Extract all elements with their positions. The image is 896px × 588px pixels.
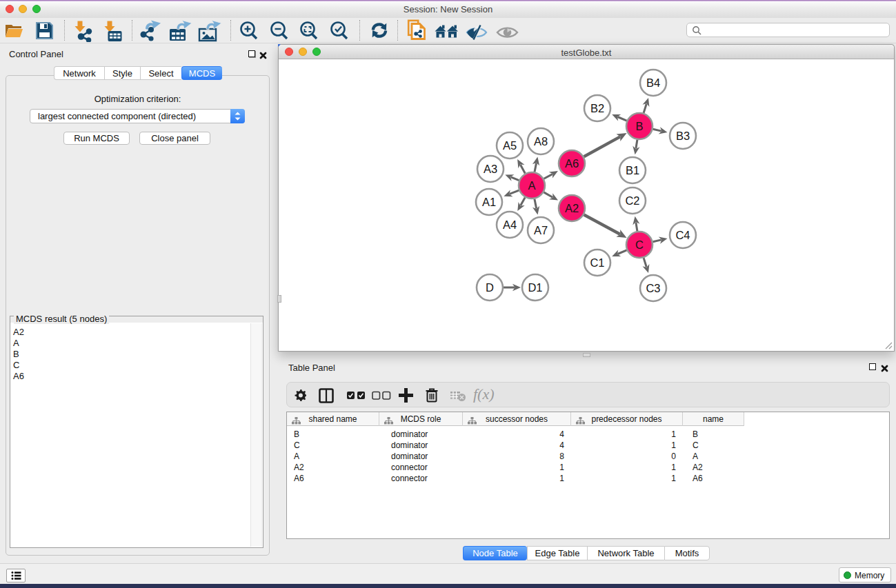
svg-text:A6: A6 bbox=[565, 157, 579, 170]
svg-text:C2: C2 bbox=[625, 194, 639, 207]
svg-text:A8: A8 bbox=[534, 135, 548, 148]
svg-text:A5: A5 bbox=[503, 139, 517, 152]
svg-text:A7: A7 bbox=[534, 224, 548, 236]
svg-text:A3: A3 bbox=[484, 163, 497, 175]
svg-text:C4: C4 bbox=[675, 229, 690, 241]
svg-text:A4: A4 bbox=[503, 219, 517, 231]
svg-text:C: C bbox=[635, 239, 644, 251]
svg-text:A2: A2 bbox=[565, 202, 579, 214]
svg-text:B: B bbox=[635, 120, 643, 132]
svg-text:A1: A1 bbox=[482, 196, 496, 208]
svg-text:C3: C3 bbox=[646, 282, 660, 294]
svg-text:D1: D1 bbox=[528, 281, 542, 294]
svg-text:D: D bbox=[486, 281, 494, 294]
svg-text:B1: B1 bbox=[626, 164, 639, 176]
svg-text:C1: C1 bbox=[590, 256, 604, 269]
svg-text:B4: B4 bbox=[646, 77, 660, 89]
svg-text:B3: B3 bbox=[676, 130, 690, 142]
svg-text:A: A bbox=[528, 179, 535, 192]
svg-text:B2: B2 bbox=[590, 102, 604, 114]
